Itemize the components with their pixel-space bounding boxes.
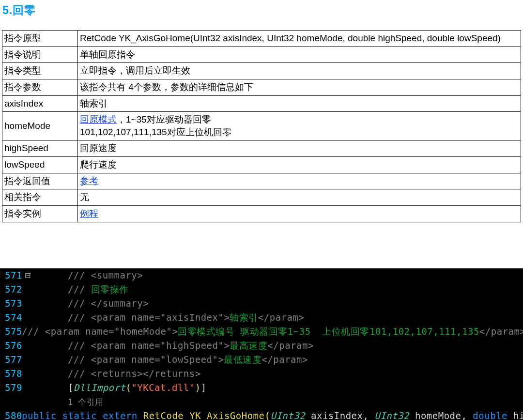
code-line: 573/// </summary> [0, 296, 523, 311]
code-line: 580public static extern RetCode YK_AxisG… [0, 409, 523, 420]
table-row: 指令类型立即指令，调用后立即生效 [2, 63, 521, 79]
line-number: 577 [0, 353, 22, 367]
code-content: /// <summary> [68, 268, 523, 282]
row-label: 指令返回值 [2, 173, 78, 189]
code-content: /// <param name="lowSpeed">最低速度</param> [68, 353, 523, 367]
table-row: homeMode回原模式，1~35对应驱动器回零101,102,107,111,… [2, 112, 521, 140]
section-heading: 5.回零 [0, 0, 523, 18]
row-label: 指令实例 [2, 206, 78, 222]
row-value: 例程 [78, 206, 521, 222]
row-label: 指令参数 [2, 79, 78, 95]
code-content: /// 回零操作 [68, 282, 523, 296]
row-label: 指令原型 [2, 31, 78, 47]
fold-gutter[interactable]: ⊟ [22, 268, 34, 282]
code-content: /// <param name="axisIndex">轴索引</param> [68, 311, 523, 325]
code-line: 571⊟/// <summary> [0, 268, 523, 282]
code-line: 579[DllImport("YKCat.dll")] [0, 381, 523, 395]
line-number: 574 [0, 311, 22, 325]
code-editor: 571⊟/// <summary>572/// 回零操作573/// </sum… [0, 268, 523, 420]
table-row: 指令返回值参考 [2, 173, 521, 189]
row-label: 指令说明 [2, 47, 78, 63]
code-content: /// <param name="homeMode">回零模式编号 驱动器回零1… [22, 325, 523, 339]
code-content: [DllImport("YKCat.dll")] [68, 381, 523, 395]
line-number: 580 [0, 409, 22, 420]
row-label: 相关指令 [2, 189, 78, 206]
table-row: axisIndex轴索引 [2, 95, 521, 112]
code-line: 578/// <returns></returns> [0, 367, 523, 381]
row-value: 立即指令，调用后立即生效 [78, 63, 521, 79]
row-label: lowSpeed [2, 157, 78, 173]
row-value: 参考 [78, 173, 521, 189]
table-row: 指令原型RetCode YK_AxisGoHome(UInt32 axisInd… [2, 31, 521, 47]
row-label: homeMode [2, 112, 78, 140]
row-value: 回原模式，1~35对应驱动器回零101,102,107,111,135对应上位机… [78, 112, 521, 140]
code-line: 576/// <param name="highSpeed">最高速度</par… [0, 339, 523, 353]
code-line: 577/// <param name="lowSpeed">最低速度</para… [0, 353, 523, 367]
row-value: 无 [78, 189, 521, 206]
row-value: 该指令共有 4个参数，参数的详细信息如下 [78, 79, 521, 95]
code-line: 572/// 回零操作 [0, 282, 523, 296]
row-value: 单轴回原指令 [78, 47, 521, 63]
code-content: 1 个引用 [68, 395, 523, 409]
value-link[interactable]: 参考 [80, 176, 98, 186]
value-link[interactable]: 例程 [80, 208, 98, 218]
table-row: 相关指令无 [2, 189, 521, 206]
api-doc-table: 指令原型RetCode YK_AxisGoHome(UInt32 axisInd… [2, 30, 521, 222]
table-row: lowSpeed爬行速度 [2, 157, 521, 173]
value-link[interactable]: 回原模式 [80, 114, 117, 124]
code-content: /// </summary> [68, 296, 523, 311]
code-content: public static extern RetCode YK_AxisGoHo… [22, 409, 523, 420]
code-line: 575/// <param name="homeMode">回零模式编号 驱动器… [0, 325, 523, 339]
line-number: 573 [0, 296, 22, 311]
line-number: 576 [0, 339, 22, 353]
row-label: highSpeed [2, 140, 78, 157]
table-row: highSpeed回原速度 [2, 140, 521, 157]
row-value: RetCode YK_AxisGoHome(UInt32 axisIndex, … [78, 31, 521, 47]
code-content: /// <returns></returns> [68, 367, 523, 381]
code-line: 1 个引用 [0, 395, 523, 409]
code-line: 574/// <param name="axisIndex">轴索引</para… [0, 311, 523, 325]
table-row: 指令说明单轴回原指令 [2, 47, 521, 63]
line-number: 572 [0, 282, 22, 296]
code-content: /// <param name="highSpeed">最高速度</param> [68, 339, 523, 353]
line-number: 578 [0, 367, 22, 381]
table-row: 指令参数该指令共有 4个参数，参数的详细信息如下 [2, 79, 521, 95]
row-value: 爬行速度 [78, 157, 521, 173]
line-number: 575 [0, 325, 22, 339]
table-row: 指令实例例程 [2, 206, 521, 222]
row-label: axisIndex [2, 95, 78, 112]
row-label: 指令类型 [2, 63, 78, 79]
row-value: 轴索引 [78, 95, 521, 112]
row-value: 回原速度 [78, 140, 521, 157]
line-number: 579 [0, 381, 22, 395]
line-number: 571 [0, 268, 22, 282]
